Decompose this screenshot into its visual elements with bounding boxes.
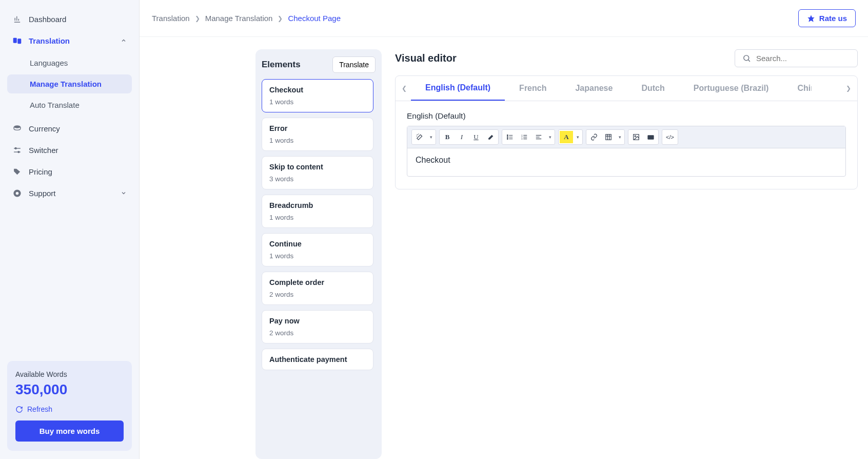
sidebar-item-label: Pricing [29,167,52,176]
element-card[interactable]: Error 1 words [262,118,373,151]
lang-tab-japanese[interactable]: Japanese [561,76,627,100]
lang-tab-portuguese[interactable]: Portuguese (Brazil) [679,76,783,100]
svg-point-14 [507,137,508,138]
editor-header: Visual editor [395,49,858,67]
element-card[interactable]: Authenticate payment [262,349,373,370]
lang-tab-english[interactable]: English (Default) [411,76,505,101]
lang-tab-dutch[interactable]: Dutch [627,76,679,100]
translate-icon [12,36,22,45]
sidebar-sub-auto-translate[interactable]: Auto Translate [7,95,132,114]
dropdown-caret-icon[interactable]: ▾ [616,131,623,143]
refresh-icon [15,406,23,413]
element-card[interactable]: Checkout 1 words [262,79,373,112]
breadcrumb-item[interactable]: Translation [152,14,190,23]
svg-text:3: 3 [521,138,523,140]
tabs-scroll-right[interactable]: ❯ [844,83,853,94]
tag-icon [12,167,22,176]
chevron-right-icon: ❯ [278,15,283,22]
sidebar-item-dashboard[interactable]: Dashboard [7,8,132,30]
underline-button[interactable]: U [469,131,483,143]
element-title: Error [269,124,366,132]
sidebar-item-translation[interactable]: Translation [7,30,132,51]
sidebar-item-label: Switcher [29,146,58,155]
svg-point-32 [635,136,636,137]
sidebar-item-currency[interactable]: Currency [7,118,132,139]
svg-point-16 [507,139,508,140]
ordered-list-button[interactable]: 123 [518,131,531,143]
svg-rect-33 [647,135,654,140]
sidebar-item-label: Translation [29,36,70,45]
sidebar-item-label: Support [29,189,56,198]
language-tabs: ❮ English (Default) French Japanese Dutc… [396,76,857,101]
editor-box: ❮ English (Default) French Japanese Dutc… [395,75,858,189]
svg-point-10 [744,55,749,61]
lang-tab-french[interactable]: French [505,76,561,100]
eraser-button[interactable] [484,131,497,143]
element-card[interactable]: Breadcrumb 1 words [262,195,373,228]
element-card[interactable]: Complete order 2 words [262,272,373,305]
chevron-up-icon [121,37,127,44]
bold-button[interactable]: B [441,131,454,143]
sidebar-item-pricing[interactable]: Pricing [7,161,132,182]
magic-wand-icon[interactable] [413,131,426,143]
elements-panel: Elements Translate Checkout 1 words Erro… [255,49,382,459]
element-meta: 3 words [269,175,366,183]
tabs-scroll-left[interactable]: ❮ [400,83,409,94]
unordered-list-button[interactable] [503,131,517,143]
visual-editor-title: Visual editor [395,52,457,64]
sidebar-sub-manage-translation[interactable]: Manage Translation [7,74,132,93]
sliders-icon [12,145,22,155]
content-area: Elements Translate Checkout 1 words Erro… [140,37,868,459]
dropdown-caret-icon[interactable]: ▾ [574,131,581,143]
available-words-card: Available Words 350,000 Refresh Buy more… [7,361,132,451]
refresh-label: Refresh [27,405,52,413]
refresh-button[interactable]: Refresh [15,405,124,413]
buy-more-words-button[interactable]: Buy more words [15,420,124,442]
rate-us-button[interactable]: Rate us [798,9,856,27]
sidebar-item-label: Currency [29,124,60,133]
element-card[interactable]: Pay now 2 words [262,310,373,343]
lang-tab-chinese[interactable]: Chinese [783,76,812,100]
svg-point-4 [15,147,16,149]
element-title: Pay now [269,317,366,325]
sidebar-item-support[interactable]: Support [7,182,132,204]
search-box[interactable] [735,49,858,67]
element-title: Authenticate payment [269,355,366,364]
sidebar: Dashboard Translation Languages Manage T… [0,0,140,459]
svg-marker-9 [807,15,814,22]
svg-point-8 [15,192,18,195]
element-title: Breadcrumb [269,201,366,209]
breadcrumb-item[interactable]: Manage Translation [205,14,273,23]
chart-icon [12,14,22,24]
svg-rect-0 [13,37,16,43]
svg-point-2 [14,125,21,128]
translate-button[interactable]: Translate [332,56,376,73]
editor-body: English (Default) ▾ B I U [396,101,857,189]
element-meta: 2 words [269,291,366,298]
code-view-button[interactable]: </> [663,131,677,143]
video-button[interactable] [644,131,657,143]
element-card[interactable]: Continue 1 words [262,233,373,266]
image-button[interactable] [629,131,643,143]
element-meta: 2 words [269,329,366,337]
font-color-button[interactable]: A [560,131,573,143]
table-button[interactable] [602,131,615,143]
element-card[interactable]: Skip to content 3 words [262,156,373,189]
available-words-label: Available Words [15,370,124,378]
align-button[interactable] [532,131,545,143]
element-meta: 1 words [269,252,366,260]
dropdown-caret-icon[interactable]: ▾ [427,131,435,143]
dropdown-caret-icon[interactable]: ▾ [546,131,554,143]
sidebar-item-switcher[interactable]: Switcher [7,139,132,161]
svg-point-6 [17,151,19,152]
search-input[interactable] [756,54,854,63]
sidebar-submenu-translation: Languages Manage Translation Auto Transl… [7,53,132,114]
help-circle-icon [12,188,22,198]
svg-line-11 [748,60,750,62]
elements-list[interactable]: Checkout 1 words Error 1 words Skip to c… [262,79,376,452]
rate-us-label: Rate us [819,14,847,23]
link-button[interactable] [587,131,601,143]
sidebar-sub-languages[interactable]: Languages [7,53,132,72]
italic-button[interactable]: I [455,131,468,143]
rte-content-area[interactable]: Checkout [407,148,845,176]
